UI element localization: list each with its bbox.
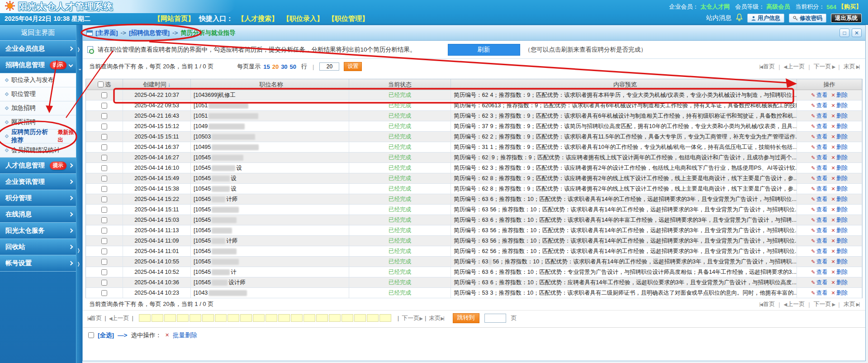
row-checkbox[interactable] <box>101 103 107 109</box>
pager-first-link[interactable]: |◀首页 <box>759 300 775 308</box>
delete-link[interactable]: ✕删除 <box>831 154 848 162</box>
change-password-button[interactable]: 修改密码 <box>789 14 826 23</box>
page-number-box[interactable] <box>228 314 239 322</box>
delete-link[interactable]: ✕删除 <box>831 164 848 172</box>
sidebar-item[interactable]: 应聘简历分析推荐最新推出 <box>0 129 76 143</box>
collapse-right-icon[interactable]: 〉 <box>78 248 80 253</box>
page-number-box[interactable] <box>316 314 328 322</box>
view-link[interactable]: ✎查看 <box>811 154 827 162</box>
pager-first-link[interactable]: |◀首页 <box>759 62 775 71</box>
row-checkbox[interactable] <box>101 228 107 234</box>
pager-prev-link[interactable]: ◀上一页 <box>784 300 805 308</box>
view-link[interactable]: ✎查看 <box>811 91 827 99</box>
perpage-input[interactable] <box>319 62 339 71</box>
page-number-box[interactable] <box>164 314 176 322</box>
pager-prev-link[interactable]: ◀上一页 <box>109 314 129 322</box>
logout-button[interactable]: 退出系统 <box>831 14 862 23</box>
page-number-box[interactable] <box>379 314 391 322</box>
job-entry-link[interactable]: 【职位录入】 <box>283 14 323 23</box>
view-link[interactable]: ✎查看 <box>811 112 827 120</box>
sidebar-section[interactable]: 回收站 <box>0 239 76 255</box>
view-link[interactable]: ✎查看 <box>811 237 827 245</box>
delete-link[interactable]: ✕删除 <box>831 175 848 182</box>
jump-page-input[interactable] <box>484 314 506 323</box>
job-manage-link[interactable]: 【职位管理】 <box>328 14 369 23</box>
collapse-down-icon[interactable]: ⌄ <box>78 66 82 72</box>
sidebar-section[interactable]: 招聘信息管理提示 <box>0 57 76 73</box>
page-number-box[interactable] <box>266 314 277 322</box>
delete-link[interactable]: ✕删除 <box>831 196 848 203</box>
breadcrumb-recruit[interactable]: [招聘信息管理] <box>129 29 170 37</box>
delete-link[interactable]: ✕删除 <box>831 143 848 151</box>
page-number-box[interactable] <box>342 314 353 322</box>
sidebar-section[interactable]: 帐号设置 <box>0 255 76 272</box>
perpage-option[interactable]: 15 <box>263 63 270 70</box>
close-button[interactable]: ✕ <box>852 29 862 37</box>
col-create-time[interactable]: 创建时间↓ <box>123 79 191 90</box>
view-link[interactable]: ✎查看 <box>811 185 827 193</box>
view-link[interactable]: ✎查看 <box>811 289 827 297</box>
sidebar-item[interactable]: 会员招聘情况统计 <box>0 143 76 158</box>
view-link[interactable]: ✎查看 <box>811 258 827 266</box>
page-number-box[interactable] <box>215 314 227 322</box>
delete-link[interactable]: ✕删除 <box>831 258 848 266</box>
page-number-box[interactable] <box>329 314 341 322</box>
sidebar-section[interactable]: 积分管理 <box>0 190 76 206</box>
talent-search-link[interactable]: 【人才搜索】 <box>237 14 278 23</box>
delete-link[interactable]: ✕删除 <box>831 248 848 255</box>
set-button[interactable]: 设置 <box>344 62 362 71</box>
page-number-box[interactable] <box>354 314 366 322</box>
row-checkbox[interactable] <box>101 207 107 213</box>
page-number-box[interactable] <box>367 314 379 322</box>
back-to-main-button[interactable]: 返回主界面 <box>0 25 76 41</box>
row-checkbox[interactable] <box>101 134 107 140</box>
page-number-box[interactable] <box>240 314 252 322</box>
page-number-box[interactable] <box>202 314 214 322</box>
perpage-option[interactable]: 30 <box>281 63 287 70</box>
view-link[interactable]: ✎查看 <box>811 123 827 130</box>
view-link[interactable]: ✎查看 <box>811 175 827 182</box>
breadcrumb-main[interactable]: [主界面] <box>95 29 118 37</box>
page-number-box[interactable] <box>253 314 265 322</box>
delete-link[interactable]: ✕删除 <box>831 289 848 297</box>
sidebar-section[interactable]: 在线消息 <box>0 206 76 223</box>
batch-select-checkbox[interactable] <box>88 332 94 338</box>
row-checkbox[interactable] <box>101 186 107 192</box>
bell-icon[interactable] <box>736 14 743 23</box>
row-checkbox[interactable] <box>101 165 107 171</box>
select-all-checkbox[interactable] <box>98 81 104 87</box>
select-all-link[interactable]: [全选] <box>98 331 114 339</box>
delete-link[interactable]: ✕删除 <box>831 206 848 214</box>
delete-link[interactable]: ✕删除 <box>831 112 848 120</box>
page-number-box[interactable] <box>278 314 290 322</box>
delete-link[interactable]: ✕删除 <box>831 237 848 245</box>
sidebar-section[interactable]: 企业会员信息 <box>0 41 76 57</box>
collapse-right-icon[interactable]: 〉 <box>78 47 80 53</box>
pager-next-link[interactable]: 下一页▶ <box>402 314 422 322</box>
view-link[interactable]: ✎查看 <box>811 268 827 276</box>
page-number-box[interactable] <box>152 314 163 322</box>
sidebar-section[interactable]: 人才信息管理提示 <box>0 158 76 174</box>
maximize-button[interactable]: □ <box>840 29 849 37</box>
page-number-box[interactable] <box>139 314 151 322</box>
view-link[interactable]: ✎查看 <box>811 206 827 214</box>
row-checkbox[interactable] <box>101 238 107 244</box>
view-link[interactable]: ✎查看 <box>811 279 827 287</box>
sidebar-item[interactable]: 加急招聘 <box>0 101 76 115</box>
page-number-box[interactable] <box>177 314 189 322</box>
collapse-right-icon[interactable]: 〉 <box>78 261 80 267</box>
row-checkbox[interactable] <box>101 124 107 129</box>
sidebar-item[interactable]: 职位录入与发布 <box>0 73 76 87</box>
pager-prev-link[interactable]: ◀上一页 <box>784 62 805 71</box>
row-checkbox[interactable] <box>101 113 107 119</box>
row-checkbox[interactable] <box>101 280 107 286</box>
view-link[interactable]: ✎查看 <box>811 133 827 141</box>
batch-delete-link[interactable]: 批量删除 <box>173 331 197 339</box>
row-checkbox[interactable] <box>101 217 107 223</box>
delete-link[interactable]: ✕删除 <box>831 185 848 193</box>
sidebar-section[interactable]: 阳光太仓服务 <box>0 223 76 239</box>
pager-last-link[interactable]: 末页▶| <box>429 314 443 322</box>
pager-last-link[interactable]: 末页▶| <box>844 62 859 71</box>
view-link[interactable]: ✎查看 <box>811 196 827 203</box>
delete-link[interactable]: ✕删除 <box>831 268 848 276</box>
